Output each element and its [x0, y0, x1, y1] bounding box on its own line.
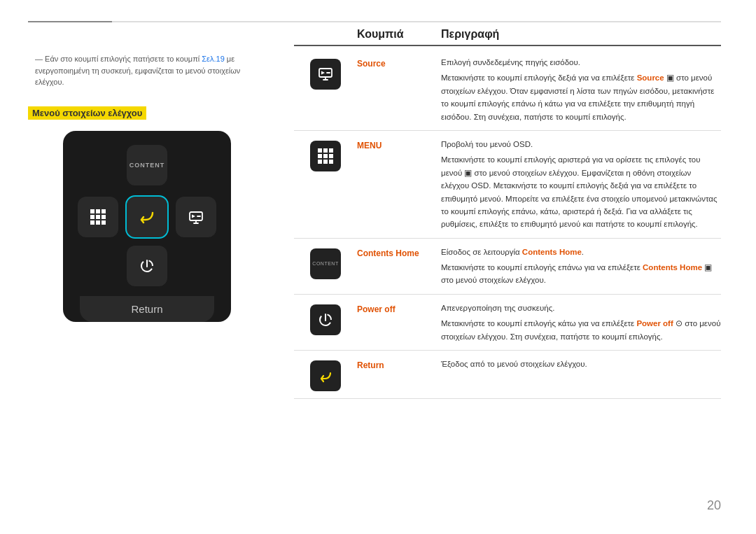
contents-full-desc: Μετακινήστε το κουμπί επιλογής επάνω για… [441, 261, 721, 287]
top-line-decoration [28, 21, 721, 22]
menu-intro: Προβολή του μενού OSD. [441, 138, 721, 150]
contents-intro: Είσοδος σε λειτουργία Contents Home. [441, 246, 721, 258]
remote-control: CONTENT [63, 131, 231, 322]
menu-grid-icon [318, 148, 333, 164]
menu-desc: Προβολή του μενού OSD. Μετακινήστε το κο… [441, 138, 721, 231]
menu-icon-cell [294, 138, 357, 171]
return-icon [134, 204, 160, 230]
col-header-button [294, 28, 357, 41]
power-name: Power off [357, 302, 441, 314]
note-link[interactable]: Σελ.19 [202, 55, 225, 63]
top-note: Εάν στο κουμπί επιλογής πατήσετε το κουμ… [28, 53, 266, 88]
power-icon-cell [294, 302, 357, 335]
contents-icon-cell: CONTENT [294, 246, 357, 279]
menu-full-desc: Μετακινήστε το κουμπί επιλογής αριστερά … [441, 153, 721, 230]
right-panel: Κουμπιά Περιγραφή Source [294, 28, 721, 506]
svg-marker-1 [192, 214, 195, 218]
power-button[interactable] [127, 246, 167, 286]
source-intro: Επιλογή συνδεδεμένης πηγής εισόδου. [441, 56, 721, 69]
menu-icon-box [310, 141, 341, 171]
remote-footer: Return [80, 296, 214, 322]
power-full-desc: Μετακινήστε το κουμπί επιλογής κάτω για … [441, 317, 721, 343]
source-name: Source [357, 56, 441, 69]
source-icon [188, 209, 204, 225]
power-icon-box [310, 304, 341, 335]
content-button[interactable]: CONTENT [127, 145, 167, 185]
contents-icon-box: CONTENT [310, 248, 341, 279]
power-intro: Απενεργοποίηση της συσκευής. [441, 302, 721, 314]
source-icon-table [318, 66, 333, 82]
left-panel: Εάν στο κουμπί επιλογής πατήσετε το κουμ… [28, 28, 266, 506]
center-return-button[interactable] [125, 195, 169, 239]
return-icon-cell [294, 358, 357, 391]
return-label: Return [131, 303, 162, 315]
source-desc: Επιλογή συνδεδεμένης πηγής εισόδου. Μετα… [441, 56, 721, 123]
menu-button[interactable] [78, 197, 118, 237]
table-row: MENU Προβολή του μενού OSD. Μετακινήστε … [294, 131, 721, 239]
power-off-icon [317, 311, 334, 328]
table-row: Source Επιλογή συνδεδεμένης πηγής εισόδο… [294, 49, 721, 131]
return-full-desc: Έξοδος από το μενού στοιχείων ελέγχου. [441, 358, 721, 370]
contents-name: Contents Home [357, 246, 441, 258]
menu-name: MENU [357, 138, 441, 150]
return-name: Return [357, 358, 441, 370]
content-label: CONTENT [130, 162, 165, 169]
return-desc: Έξοδος από το μενού στοιχείων ελέγχου. [441, 358, 721, 370]
col-header-name: Κουμπιά [357, 28, 441, 41]
page-number: 20 [707, 498, 721, 513]
return-icon-box [310, 360, 341, 391]
power-desc: Απενεργοποίηση της συσκευής. Μετακινήστε… [441, 302, 721, 343]
menu-icon [90, 209, 106, 225]
source-button[interactable] [176, 197, 216, 237]
section-title: Μενού στοιχείων ελέγχου [28, 106, 146, 120]
note-text: Εάν στο κουμπί επιλογής πατήσετε το κουμ… [45, 55, 202, 63]
table-row: Power off Απενεργοποίηση της συσκευής. Μ… [294, 295, 721, 351]
table-header: Κουμπιά Περιγραφή [294, 28, 721, 46]
source-icon-box [310, 59, 341, 90]
table-row: CONTENT Contents Home Είσοδος σε λειτουρ… [294, 239, 721, 295]
source-full-desc: Μετακινήστε το κουμπί επιλογής δεξιά για… [441, 71, 721, 123]
power-icon [139, 258, 155, 274]
col-header-desc: Περιγραφή [441, 28, 721, 41]
contents-desc: Είσοδος σε λειτουργία Contents Home. Μετ… [441, 246, 721, 287]
return-table-icon [316, 367, 335, 385]
svg-marker-5 [321, 71, 325, 75]
source-icon-cell [294, 56, 357, 90]
table-row: Return Έξοδος από το μενού στοιχείων ελέ… [294, 351, 721, 399]
